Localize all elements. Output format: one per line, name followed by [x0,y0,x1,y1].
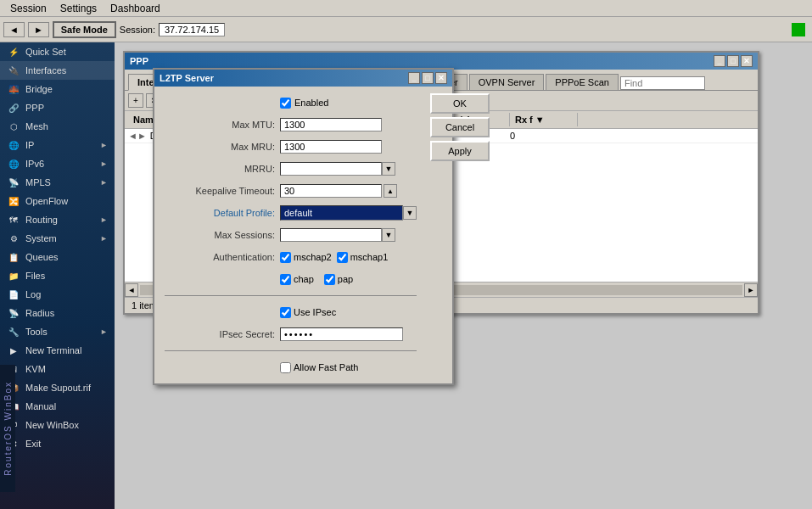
mpls-icon: 📡 [7,176,20,189]
use-ipsec-row: Use IPsec [165,303,417,322]
max-mru-input[interactable] [280,140,382,154]
quick-set-icon: ⚡ [7,45,20,59]
sidebar-item-files[interactable]: 📁 Files [0,266,115,285]
sidebar-item-radius[interactable]: 📡 Radius [0,304,115,322]
sidebar-label-tools: Tools [25,327,48,337]
keepalive-container: ▲ [280,184,397,198]
chap-label: chap [294,274,314,284]
max-sessions-input[interactable] [280,228,382,242]
default-profile-dropdown[interactable]: ▼ [403,206,417,220]
routing-arrow: ► [100,215,108,224]
menu-session[interactable]: Session [3,1,53,16]
row-icon: ◄► [128,131,147,141]
sidebar-item-log[interactable]: 📄 Log [0,285,115,304]
authentication-label: Authentication: [165,252,275,262]
tools-icon: 🔧 [7,325,20,338]
enabled-label: Enabled [294,98,328,108]
chap-checkbox[interactable] [280,274,291,285]
enabled-checkbox[interactable] [280,98,291,109]
sidebar-item-openflow[interactable]: 🔀 OpenFlow [0,192,115,210]
files-icon: 📁 [7,269,20,282]
sidebar-item-ipv6[interactable]: 🌐 IPv6 ► [0,154,115,173]
allow-fast-path-item: Allow Fast Path [280,362,358,373]
safe-mode-button[interactable]: Safe Mode [53,21,116,38]
ip-arrow: ► [100,141,108,149]
sidebar-label-ppp: PPP [25,103,44,113]
use-ipsec-label: Use IPsec [294,307,336,317]
add-button[interactable]: + [128,93,143,108]
default-profile-label: Default Profile: [165,208,275,218]
system-icon: ⚙ [7,232,20,245]
sidebar-item-mpls[interactable]: 📡 MPLS ► [0,173,115,192]
sidebar-label-quick-set: Quick Set [25,47,66,57]
ppp-minimize-button[interactable]: _ [714,55,725,67]
sidebar-item-make-supout[interactable]: 📦 Make Supout.rif [0,378,115,397]
use-ipsec-checkbox[interactable] [280,307,291,318]
mrru-input[interactable] [280,162,382,176]
interfaces-icon: 🔌 [7,64,20,77]
sidebar-item-routing[interactable]: 🗺 Routing ► [0,210,115,229]
max-mtu-input[interactable] [280,118,382,131]
sidebar-label-openflow: OpenFlow [25,196,68,206]
sidebar-item-queues[interactable]: 📋 Queues [0,248,115,266]
sidebar-item-exit[interactable]: ✖ Exit [0,434,115,453]
mrru-input-container: ▼ [280,162,395,176]
mschap1-checkbox[interactable] [337,252,348,263]
main-layout: ⚡ Quick Set 🔌 Interfaces 🌉 Bridge 🔗 PPP … [0,42,812,509]
ipsec-secret-input[interactable] [280,327,403,341]
sidebar-item-bridge[interactable]: 🌉 Bridge [0,80,115,98]
sidebar-item-mesh[interactable]: ⬡ Mesh [0,117,115,136]
sidebar-label-kvm: KVM [25,364,46,374]
sidebar-item-manual[interactable]: 📖 Manual [0,397,115,416]
tools-arrow: ► [100,327,108,336]
pap-item: pap [324,274,353,285]
sidebar: ⚡ Quick Set 🔌 Interfaces 🌉 Bridge 🔗 PPP … [0,42,115,509]
sidebar-item-kvm[interactable]: 🖥 KVM [0,360,115,378]
system-arrow: ► [100,234,108,243]
l2tp-close-button[interactable]: ✕ [435,72,447,84]
max-mru-label: Max MRU: [165,142,275,152]
find-input[interactable] [620,76,705,90]
ppp-maximize-button[interactable]: □ [727,55,739,67]
keepalive-up-button[interactable]: ▲ [384,184,397,198]
sidebar-item-tools[interactable]: 🔧 Tools ► [0,322,115,341]
l2tp-minimize-button[interactable]: _ [408,72,420,84]
sidebar-label-radius: Radius [25,308,54,318]
queues-icon: 📋 [7,250,20,264]
sidebar-item-ip[interactable]: 🌐 IP ► [0,136,115,154]
tab-pppoe-scan[interactable]: PPPoE Scan [546,74,619,90]
authentication-row: Authentication: mschap2 mschap1 [165,248,417,266]
sidebar-item-interfaces[interactable]: 🔌 Interfaces [0,61,115,80]
ok-button[interactable]: OK [430,93,490,114]
mschap2-item: mschap2 [280,252,332,263]
sidebar-label-ipv6: IPv6 [25,159,44,169]
sidebar-item-system[interactable]: ⚙ System ► [0,229,115,248]
max-mtu-label: Max MTU: [165,120,275,130]
sidebar-label-system: System [25,233,57,243]
keepalive-input[interactable] [280,184,382,198]
apply-button[interactable]: Apply [430,141,490,161]
cancel-button[interactable]: Cancel [430,117,490,137]
menu-settings[interactable]: Settings [53,1,104,16]
allow-fast-path-checkbox[interactable] [280,362,291,373]
ppp-close-button[interactable]: ✕ [741,55,753,67]
sidebar-item-ppp[interactable]: 🔗 PPP [0,98,115,117]
forward-button[interactable]: ► [28,22,49,37]
sidebar-item-new-terminal[interactable]: ▶ New Terminal [0,341,115,360]
log-icon: 📄 [7,288,20,301]
sidebar-item-quick-set[interactable]: ⚡ Quick Set [0,42,115,61]
menu-dashboard[interactable]: Dashboard [104,1,167,16]
sidebar-item-new-winbox[interactable]: 🗗 New WinBox [0,416,115,434]
chap-pap-checkboxes: chap pap [280,274,353,285]
mrru-dropdown-button[interactable]: ▼ [382,162,395,176]
pap-checkbox[interactable] [324,274,335,285]
back-button[interactable]: ◄ [3,22,25,37]
allow-fast-path-row: Allow Fast Path [165,358,417,377]
scroll-left-button[interactable]: ◄ [125,283,138,297]
dialog-buttons: OK Cancel Apply [427,87,496,383]
l2tp-maximize-button[interactable]: □ [422,72,434,84]
scroll-right-button[interactable]: ► [744,283,758,297]
max-sessions-dropdown[interactable]: ▼ [382,228,395,242]
mschap2-checkbox[interactable] [280,252,291,263]
routeros-label: RouterOS WinBox [3,381,13,476]
